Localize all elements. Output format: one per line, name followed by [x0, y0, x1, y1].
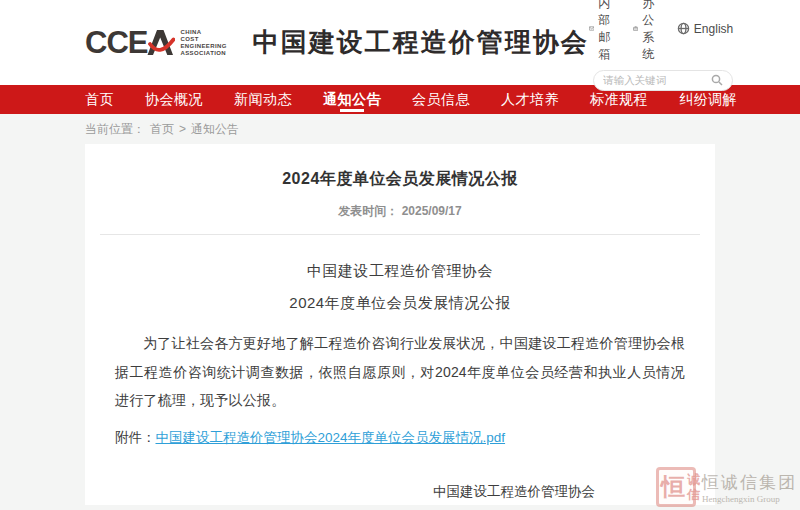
- main-nav: 首页 协会概况 新闻动态 通知公告 会员信息 人才培养 标准规程 纠纷调解: [0, 85, 800, 114]
- util-link-label: 办公系统: [642, 0, 662, 63]
- nav-item-label: 新闻动态: [234, 91, 292, 109]
- logo-sub-line: COST: [180, 36, 226, 43]
- english-link[interactable]: English: [677, 0, 733, 63]
- logo-acronym: CCE: [85, 27, 147, 58]
- brand[interactable]: CCE CHINA COST ENGINEERING ASSOCIATION 中…: [85, 25, 589, 60]
- signature-block: 中国建设工程造价管理协会 2025年9月17日: [85, 483, 715, 510]
- signature-org: 中国建设工程造价管理协会: [433, 483, 595, 501]
- logo-sub-line: ASSOCIATION: [180, 50, 226, 57]
- nav-item-training[interactable]: 人才培养: [501, 85, 559, 114]
- header-utilities: 内部邮箱 办公系统 English: [589, 0, 733, 91]
- body-org-line: 中国建设工程造价管理协会: [85, 262, 715, 281]
- article-meta: 发表时间： 2025/09/17: [85, 203, 715, 220]
- nav-item-label: 人才培养: [501, 91, 559, 109]
- breadcrumb-prefix: 当前位置：: [85, 121, 145, 138]
- publish-time-label: 发表时间：: [338, 204, 398, 218]
- page: CCE CHINA COST ENGINEERING ASSOCIATION 中…: [0, 0, 800, 510]
- globe-icon: [677, 22, 690, 35]
- nav-item-notices[interactable]: 通知公告: [323, 85, 381, 114]
- watermark-name-cn: 恒诚信集团: [702, 471, 797, 494]
- nav-item-home[interactable]: 首页: [85, 85, 114, 114]
- ccea-logo: CCE CHINA COST ENGINEERING ASSOCIATION: [85, 27, 227, 58]
- hengchengxin-watermark: 恒 诚 信 恒诚信集团 Hengchengxin Group: [656, 467, 797, 507]
- office-system-link[interactable]: 办公系统: [633, 0, 662, 63]
- title-divider: [100, 234, 700, 235]
- nav-item-label: 标准规程: [590, 91, 648, 109]
- attachment-pdf-link[interactable]: 中国建设工程造价管理协会2024年度单位会员发展情况.pdf: [156, 430, 506, 445]
- article-title: 2024年度单位会员发展情况公报: [85, 144, 715, 190]
- seal-char: 恒: [661, 471, 685, 503]
- site-header: CCE CHINA COST ENGINEERING ASSOCIATION 中…: [0, 0, 800, 85]
- nav-item-standards[interactable]: 标准规程: [590, 85, 648, 114]
- logo-subtext: CHINA COST ENGINEERING ASSOCIATION: [180, 29, 226, 57]
- nav-item-news[interactable]: 新闻动态: [234, 85, 292, 114]
- seal-char: 诚: [687, 472, 700, 487]
- watermark-text: 恒诚信集团 Hengchengxin Group: [702, 471, 797, 504]
- site-title: 中国建设工程造价管理协会: [253, 25, 589, 60]
- article-panel: 2024年度单位会员发展情况公报 发表时间： 2025/09/17 中国建设工程…: [85, 144, 715, 505]
- body-title-line: 2024年度单位会员发展情况公报: [85, 294, 715, 313]
- breadcrumb-separator: >: [179, 122, 186, 136]
- attachment-row: 附件：中国建设工程造价管理协会2024年度单位会员发展情况.pdf: [115, 429, 685, 447]
- util-link-label: English: [694, 22, 733, 36]
- watermark-name-en: Hengchengxin Group: [702, 494, 797, 504]
- logo-sub-line: ENGINEERING: [180, 43, 226, 50]
- attachment-label: 附件：: [115, 430, 156, 445]
- nav-item-label: 协会概况: [145, 91, 203, 109]
- nav-item-label: 通知公告: [323, 91, 381, 109]
- breadcrumb-home-link[interactable]: 首页: [150, 121, 174, 138]
- briefcase-icon: [633, 22, 638, 35]
- nav-item-mediation[interactable]: 纠纷调解: [679, 85, 737, 114]
- mail-icon: [589, 22, 594, 35]
- nav-item-about[interactable]: 协会概况: [145, 85, 203, 114]
- internal-mail-link[interactable]: 内部邮箱: [589, 0, 618, 63]
- hengchengxin-seal-icon: 恒 诚 信: [656, 467, 696, 507]
- utility-links: 内部邮箱 办公系统 English: [589, 0, 733, 63]
- logo-letter-a-icon: [146, 28, 175, 57]
- nav-item-label: 纠纷调解: [679, 91, 737, 109]
- publish-time-value: 2025/09/17: [402, 204, 462, 218]
- nav-item-label: 首页: [85, 91, 114, 109]
- breadcrumb-current-link[interactable]: 通知公告: [191, 121, 239, 138]
- seal-char: 信: [687, 487, 700, 502]
- logo-sub-line: CHINA: [180, 29, 226, 36]
- article-paragraph: 为了让社会各方更好地了解工程造价咨询行业发展状况，中国建设工程造价管理协会根据工…: [115, 329, 685, 415]
- nav-item-label: 会员信息: [412, 91, 470, 109]
- util-link-label: 内部邮箱: [598, 0, 618, 63]
- nav-item-members[interactable]: 会员信息: [412, 85, 470, 114]
- breadcrumb: 当前位置： 首页 > 通知公告: [0, 114, 800, 144]
